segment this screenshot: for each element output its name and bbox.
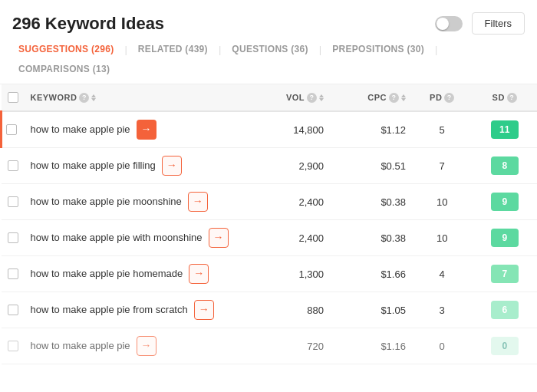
table-row: how to make apple pie filling → 2,900 $0…	[2, 148, 538, 184]
sort-down-icon	[91, 98, 96, 101]
row-checkbox[interactable]	[8, 196, 18, 207]
keyword-arrow-button[interactable]: →	[194, 300, 214, 320]
arrow-right-icon: →	[141, 338, 152, 354]
sd-cell: 11	[472, 111, 537, 148]
keyword-col-label: KEYWORD	[31, 93, 77, 102]
sd-badge: 9	[491, 229, 519, 247]
tab-divider-4: |	[435, 44, 437, 55]
filters-button[interactable]: Filters	[472, 12, 525, 35]
keyword-arrow-button[interactable]: →	[188, 192, 208, 212]
row-checkbox[interactable]	[8, 305, 18, 315]
vol-cell: 880	[249, 292, 330, 328]
arrow-right-icon: →	[193, 194, 203, 209]
keyword-cell: how to make apple pie homemade →	[25, 256, 249, 292]
toggle-wrapper[interactable]	[435, 16, 463, 31]
vol-sort[interactable]	[319, 94, 324, 101]
keyword-cell: how to make apple pie filling →	[25, 148, 249, 184]
tab-questions[interactable]: QUESTIONS (36)	[226, 41, 315, 58]
table-row: how to make apple pie from scratch → 880…	[2, 292, 538, 328]
row-checkbox-cell	[2, 184, 25, 220]
row-checkbox[interactable]	[8, 160, 18, 171]
select-all-col	[2, 84, 25, 111]
cpc-cell: $1.05	[330, 292, 412, 328]
sd-badge: 9	[491, 193, 519, 211]
header-controls: Filters	[435, 12, 525, 35]
cpc-cell: $0.38	[330, 184, 412, 220]
table-row: how to make apple pie → 720 $1.16 0 0	[2, 328, 538, 364]
sd-col-label: SD	[493, 93, 505, 102]
keyword-cell: how to make apple pie from scratch →	[25, 292, 249, 328]
row-checkbox-cell	[2, 256, 25, 292]
row-checkbox[interactable]	[8, 232, 18, 243]
keyword-col-header: KEYWORD ?	[25, 84, 249, 111]
sd-cell: 0	[472, 328, 537, 364]
keyword-cell: how to make apple pie →	[25, 111, 249, 148]
sd-badge: 8	[491, 156, 519, 175]
vol-cell: 2,400	[249, 184, 330, 220]
cpc-cell: $1.66	[330, 256, 412, 292]
keyword-text: how to make apple pie	[31, 123, 130, 137]
keyword-text: how to make apple pie	[31, 339, 130, 353]
row-checkbox-cell	[2, 328, 25, 364]
pd-help-icon[interactable]: ?	[444, 93, 454, 103]
vol-cell: 2,900	[249, 148, 330, 184]
cpc-cell: $1.16	[330, 328, 412, 364]
row-checkbox[interactable]	[8, 341, 18, 351]
keyword-text: how to make apple pie moonshine	[31, 195, 182, 209]
select-all-checkbox[interactable]	[8, 92, 18, 103]
cpc-sort[interactable]	[401, 94, 406, 101]
cpc-col-label: CPC	[367, 93, 387, 102]
keyword-help-icon[interactable]: ?	[79, 93, 89, 103]
vol-help-icon[interactable]: ?	[307, 93, 317, 103]
sd-cell: 8	[472, 148, 537, 184]
sd-cell: 6	[472, 292, 537, 328]
vol-col-header: VOL ?	[249, 84, 330, 111]
sd-badge: 0	[491, 337, 519, 355]
pd-cell: 10	[412, 220, 473, 256]
vol-cell: 1,300	[249, 256, 330, 292]
filter-toggle[interactable]	[435, 16, 463, 31]
row-checkbox[interactable]	[8, 268, 18, 279]
keyword-cell: how to make apple pie →	[25, 328, 249, 364]
vol-sort-down-icon	[319, 98, 324, 101]
row-checkbox[interactable]	[6, 124, 17, 135]
keyword-arrow-button[interactable]: →	[162, 156, 182, 176]
vol-cell: 720	[249, 328, 330, 364]
sd-help-icon[interactable]: ?	[507, 93, 517, 103]
keyword-cell: how to make apple pie moonshine →	[25, 184, 249, 220]
keyword-cell: how to make apple pie with moonshine →	[25, 220, 249, 256]
vol-cell: 2,400	[249, 220, 330, 256]
table-row: how to make apple pie homemade → 1,300 $…	[2, 256, 538, 292]
table-header-row: KEYWORD ? VOL ?	[2, 84, 538, 111]
tab-prepositions[interactable]: PREPOSITIONS (30)	[326, 41, 430, 58]
arrow-right-icon: →	[199, 302, 209, 318]
cpc-help-icon[interactable]: ?	[389, 93, 399, 103]
row-checkbox-cell	[2, 111, 25, 148]
cpc-sort-up-icon	[401, 94, 406, 97]
row-checkbox-cell	[2, 292, 25, 328]
vol-col-label: VOL	[286, 93, 305, 102]
cpc-cell: $0.38	[330, 220, 412, 256]
sd-badge: 11	[491, 120, 519, 139]
page-header: 296 Keyword Ideas Filters	[0, 0, 537, 41]
tab-divider-3: |	[319, 44, 321, 55]
table-row: how to make apple pie with moonshine → 2…	[2, 220, 538, 256]
keyword-arrow-button[interactable]: →	[137, 336, 156, 356]
arrow-right-icon: →	[166, 158, 177, 173]
tab-related[interactable]: RELATED (439)	[132, 41, 214, 58]
tab-suggestions[interactable]: SUGGESTIONS (296)	[12, 41, 120, 58]
sd-cell: 9	[472, 184, 537, 220]
arrow-right-icon: →	[193, 266, 204, 282]
keyword-text: how to make apple pie homemade	[31, 267, 183, 281]
keyword-arrow-button[interactable]: →	[189, 264, 209, 284]
row-checkbox-cell	[2, 220, 25, 256]
sd-badge: 6	[491, 301, 519, 319]
keyword-arrow-button[interactable]: →	[209, 228, 229, 248]
toggle-knob	[437, 18, 449, 30]
keyword-arrow-button[interactable]: →	[137, 120, 156, 140]
pd-cell: 4	[412, 256, 473, 292]
cpc-cell: $1.12	[330, 111, 412, 148]
keyword-sort[interactable]	[91, 94, 96, 101]
sd-cell: 9	[472, 220, 537, 256]
tab-comparisons[interactable]: COMPARISONS (13)	[12, 61, 116, 77]
